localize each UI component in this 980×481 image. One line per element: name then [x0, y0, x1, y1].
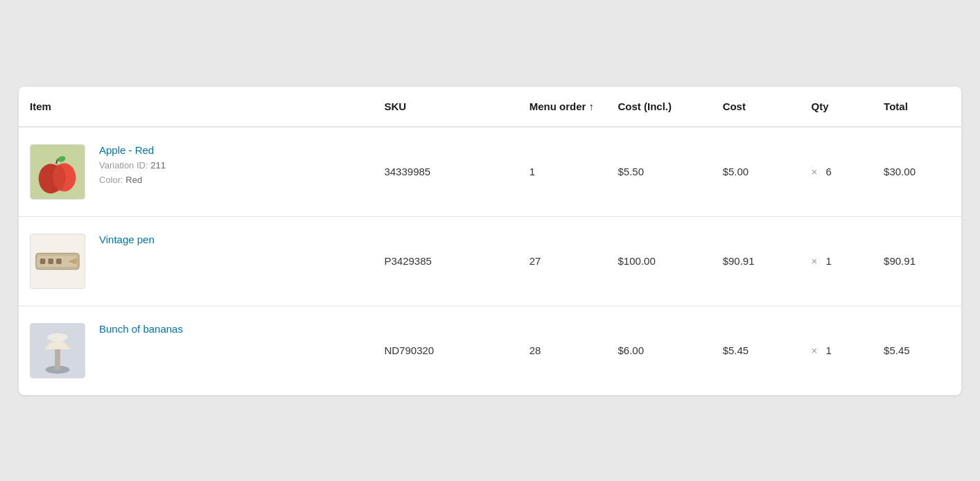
svg-rect-8 — [40, 259, 46, 264]
product-image — [30, 234, 85, 289]
svg-point-3 — [49, 164, 65, 191]
qty-x: × — [811, 255, 817, 267]
product-table: Item SKU Menu order ↑ Cost (Incl.) Cost … — [19, 87, 961, 395]
header-qty: Qty — [800, 87, 873, 127]
header-cost: Cost — [712, 87, 800, 127]
item-name[interactable]: Apple - Red — [99, 144, 166, 156]
header-total: Total — [873, 87, 961, 127]
item-cost: $90.91 — [712, 216, 800, 306]
qty-display: × 6 — [811, 166, 861, 177]
variation-id: Variation ID: 211 — [99, 160, 166, 170]
qty-display: × 1 — [811, 344, 861, 356]
qty-value: 1 — [825, 255, 831, 267]
item-cost-incl: $100.00 — [607, 216, 712, 306]
item-menu-order: 28 — [518, 306, 607, 395]
svg-rect-9 — [48, 259, 53, 264]
item-sku: 34339985 — [373, 127, 518, 217]
header-item: Item — [19, 87, 373, 127]
product-image — [30, 144, 85, 200]
table-row: Vintage pen P342938527$100.00$90.91× 1$9… — [19, 216, 961, 306]
header-cost-incl: Cost (Incl.) — [607, 87, 712, 127]
table-row: Apple - Red Variation ID: 211Color: Red … — [19, 127, 961, 217]
item-cost-incl: $5.50 — [607, 127, 712, 217]
qty-x: × — [811, 166, 817, 177]
item-cost: $5.45 — [712, 306, 800, 395]
item-total: $5.45 — [873, 306, 961, 395]
item-total: $30.00 — [873, 127, 961, 217]
table-row: Bunch of bananas ND79032028$6.00$5.45× 1… — [19, 306, 961, 395]
item-cell-0: Apple - Red Variation ID: 211Color: Red — [19, 127, 373, 217]
item-total: $90.91 — [873, 216, 961, 306]
svg-point-14 — [47, 333, 67, 341]
qty-display: × 1 — [811, 255, 861, 267]
item-cell-2: Bunch of bananas — [19, 306, 373, 395]
item-qty: × 1 — [800, 216, 873, 306]
qty-value: 1 — [825, 344, 831, 356]
item-qty: × 6 — [800, 127, 873, 217]
item-details: Apple - Red Variation ID: 211Color: Red — [99, 144, 166, 185]
item-cost: $5.00 — [712, 127, 800, 217]
qty-value: 6 — [825, 166, 831, 177]
item-menu-order: 1 — [518, 127, 607, 217]
header-menu-order: Menu order ↑ — [518, 87, 607, 127]
product-image — [30, 323, 85, 378]
color-meta: Color: Red — [99, 175, 166, 185]
item-menu-order: 27 — [518, 216, 607, 306]
svg-rect-13 — [55, 349, 60, 369]
item-cell-1: Vintage pen — [19, 216, 373, 306]
item-sku: ND790320 — [373, 306, 518, 395]
item-name[interactable]: Vintage pen — [99, 234, 155, 245]
svg-rect-10 — [56, 259, 62, 264]
product-table-container: Item SKU Menu order ↑ Cost (Incl.) Cost … — [19, 87, 961, 395]
item-details: Vintage pen — [99, 234, 155, 245]
item-cost-incl: $6.00 — [607, 306, 712, 395]
table-header-row: Item SKU Menu order ↑ Cost (Incl.) Cost … — [19, 87, 961, 127]
header-sku: SKU — [373, 87, 518, 127]
item-sku: P3429385 — [373, 216, 518, 306]
qty-x: × — [811, 344, 817, 356]
item-details: Bunch of bananas — [99, 323, 183, 335]
item-qty: × 1 — [800, 306, 873, 395]
item-name[interactable]: Bunch of bananas — [99, 323, 183, 335]
